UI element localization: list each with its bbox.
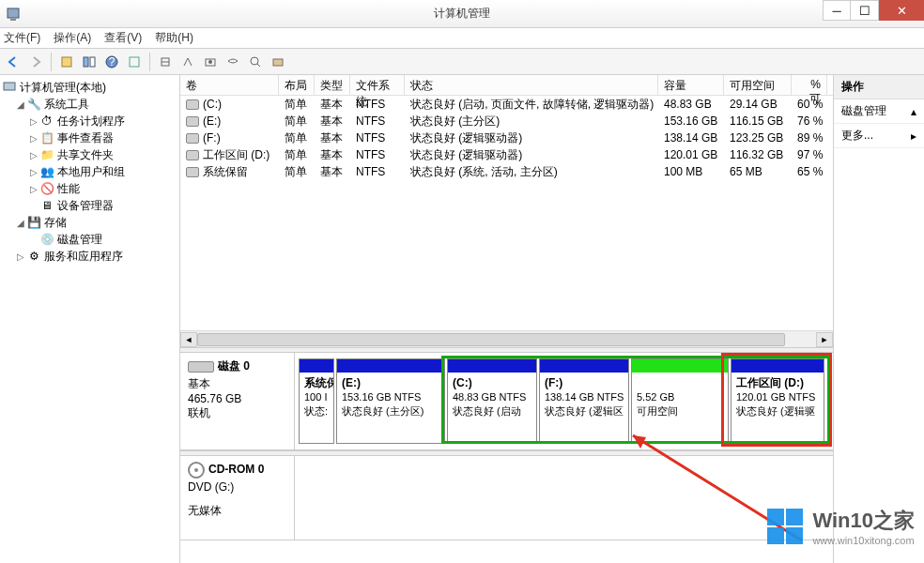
volume-icon [186,150,199,160]
expand-icon[interactable]: ▷ [28,150,39,160]
event-icon: 📋 [39,130,54,145]
tree-diskmgmt[interactable]: 💿磁盘管理 [2,231,177,248]
volume-rows[interactable]: (C:)简单基本NTFS状态良好 (启动, 页面文件, 故障转储, 逻辑驱动器)… [180,96,833,330]
volume-row[interactable]: (F:)简单基本NTFS状态良好 (逻辑驱动器)138.14 GB123.25 … [180,129,833,146]
services-icon: ⚙ [26,249,41,264]
back-button[interactable] [4,53,23,71]
tree-systools[interactable]: ◢🔧系统工具 [2,96,177,113]
tree-shared[interactable]: ▷📁共享文件夹 [2,146,177,163]
expand-icon[interactable]: ▷ [28,167,39,177]
volume-list: 卷 布局 类型 文件系统 状态 容量 可用空间 % 可 (C:)简单基本NTFS… [180,75,833,347]
tool-icon-4[interactable] [223,53,242,71]
tree-scheduler[interactable]: ▷⏱任务计划程序 [2,113,177,129]
minimize-button[interactable]: ─ [823,0,851,21]
clock-icon: ⏱ [39,114,54,129]
col-status[interactable]: 状态 [405,75,658,95]
actions-pane: 操作 磁盘管理▴ 更多...▸ [834,75,924,563]
forward-button[interactable] [26,53,45,71]
chevron-up-icon: ▴ [911,105,916,118]
volume-row[interactable]: 系统保留简单基本NTFS状态良好 (系统, 活动, 主分区)100 MB65 M… [180,163,833,180]
collapse-icon[interactable]: ◢ [15,99,26,110]
col-free[interactable]: 可用空间 [724,75,792,95]
volume-row[interactable]: (C:)简单基本NTFS状态良好 (启动, 页面文件, 故障转储, 逻辑驱动器)… [180,96,833,113]
volume-icon [186,99,199,110]
svg-point-12 [251,57,258,65]
menu-help[interactable]: 帮助(H) [155,30,193,46]
scroll-left-button[interactable]: ◄ [180,332,197,347]
scroll-right-button[interactable]: ► [816,332,833,347]
tree-users[interactable]: ▷👥本地用户和组 [2,163,177,180]
disk-0-info: 磁盘 0 基本 465.76 GB 联机 [180,353,295,449]
menu-action[interactable]: 操作(A) [54,30,91,46]
volume-row[interactable]: 工作区间 (D:)简单基本NTFS状态良好 (逻辑驱动器)120.01 GB11… [180,146,833,163]
collapse-icon[interactable]: ◢ [15,218,26,228]
partition[interactable]: (E:)153.16 GB NTFS状态良好 (主分区) [336,358,445,444]
tool-icon-6[interactable] [269,53,287,71]
help-icon[interactable]: ? [102,53,121,71]
expand-icon[interactable]: ▷ [28,116,39,127]
col-type[interactable]: 类型 [315,75,350,95]
col-percent[interactable]: % 可 [792,75,827,95]
scroll-thumb[interactable] [197,333,785,346]
action-diskmgmt[interactable]: 磁盘管理▴ [834,99,924,124]
menubar: 文件(F) 操作(A) 查看(V) 帮助(H) [0,28,924,49]
device-icon: 🖥 [39,198,54,213]
tool-icon-3[interactable] [201,53,220,71]
annotation-arrow [614,428,821,550]
cdrom-info: CD-ROM 0 DVD (G:) 无媒体 [180,456,295,540]
col-capacity[interactable]: 容量 [658,75,724,95]
expand-icon[interactable]: ▷ [28,133,39,144]
tool-icon-2[interactable] [178,53,197,71]
view-icon[interactable] [80,53,99,71]
volume-icon [186,133,199,144]
disk-icon: 💿 [39,232,54,247]
svg-rect-7 [130,57,139,67]
expand-icon[interactable]: ▷ [28,184,39,194]
svg-rect-0 [8,8,19,18]
tree-devmgr[interactable]: 🖥设备管理器 [2,197,177,214]
chevron-right-icon: ▸ [911,129,916,143]
partition[interactable]: 系统保100 I状态: [299,358,334,444]
refresh-icon[interactable] [125,53,144,71]
maximize-button[interactable]: ☐ [851,0,879,21]
tools-icon: 🔧 [26,97,41,112]
partition[interactable]: (C:)48.83 GB NTFS状态良好 (启动 [447,358,537,444]
tree-services[interactable]: ▷⚙服务和应用程序 [2,248,177,265]
svg-rect-4 [90,57,95,67]
cdrom-row[interactable]: CD-ROM 0 DVD (G:) 无媒体 [180,456,833,540]
volume-icon [186,116,199,127]
svg-rect-1 [10,19,16,21]
col-fs[interactable]: 文件系统 [350,75,405,95]
close-button[interactable]: ✕ [879,0,924,21]
cdrom-icon [188,462,205,479]
users-icon: 👥 [39,164,54,179]
tree-perf[interactable]: ▷🚫性能 [2,180,177,197]
col-volume[interactable]: 卷 [180,75,279,95]
toolbar: ? [0,49,924,75]
volume-icon [186,167,199,177]
svg-point-11 [208,60,212,64]
tool-icon-1[interactable] [156,53,175,71]
svg-rect-15 [4,83,15,90]
storage-icon: 💾 [26,215,41,230]
properties-icon[interactable] [57,53,76,71]
expand-icon[interactable]: ▷ [15,251,26,262]
window-title: 计算机管理 [434,6,490,22]
tree-root[interactable]: 计算机管理(本地) [2,79,177,96]
tree-storage[interactable]: ◢💾存储 [2,214,177,231]
actions-header: 操作 [834,75,924,99]
tool-icon-5[interactable] [246,53,265,71]
computer-icon [2,80,17,95]
volume-row[interactable]: (E:)简单基本NTFS状态良好 (主分区)153.16 GB116.15 GB… [180,113,833,129]
action-more[interactable]: 更多...▸ [834,124,924,148]
folder-icon: 📁 [39,147,54,162]
tree-eventviewer[interactable]: ▷📋事件查看器 [2,129,177,146]
col-layout[interactable]: 布局 [279,75,315,95]
nav-tree: 计算机管理(本地) ◢🔧系统工具 ▷⏱任务计划程序 ▷📋事件查看器 ▷📁共享文件… [0,75,180,563]
titlebar: 计算机管理 ─ ☐ ✕ [0,0,924,28]
menu-view[interactable]: 查看(V) [104,30,142,46]
menu-file[interactable]: 文件(F) [4,30,40,46]
app-icon [6,7,21,22]
horizontal-scrollbar[interactable]: ◄ ► [180,330,833,347]
disk-icon [188,361,214,373]
